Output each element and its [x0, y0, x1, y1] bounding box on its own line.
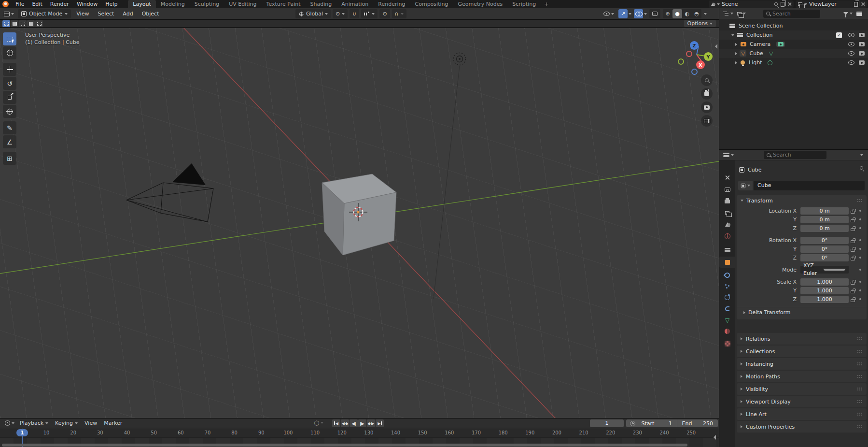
start-frame-field[interactable]: 1 — [658, 420, 672, 427]
instancing-panel[interactable]: Instancing — [737, 358, 867, 370]
pan-button[interactable] — [701, 88, 713, 100]
rotate-tool[interactable]: ↺ — [3, 77, 16, 90]
animate-dot-icon[interactable] — [859, 269, 862, 271]
current-frame-badge[interactable]: 1 — [16, 429, 28, 436]
animate-dot-icon[interactable] — [859, 257, 862, 259]
properties-options-chevron[interactable] — [860, 154, 863, 156]
annotate-tool[interactable]: ✎ — [3, 121, 16, 134]
workspace-tab-compositing[interactable]: Compositing — [410, 0, 453, 8]
properties-editor-type-button[interactable] — [721, 152, 736, 159]
disable-render-icon[interactable] — [859, 51, 865, 56]
menu-help[interactable]: Help — [101, 0, 121, 8]
drag-handle-icon[interactable] — [857, 199, 863, 202]
navigation-gizmo[interactable]: Z Y X — [675, 35, 717, 77]
drag-handle-icon[interactable] — [857, 388, 863, 391]
pin-icon[interactable] — [774, 2, 779, 7]
location-z-field[interactable]: 0 m — [800, 225, 849, 232]
lock-icon[interactable] — [851, 211, 855, 214]
render-tab[interactable] — [719, 184, 735, 195]
hide-eye-icon[interactable] — [848, 51, 854, 56]
rotation-mode-dropdown[interactable]: XYZ Euler — [800, 266, 849, 274]
chevron-down-icon[interactable] — [629, 13, 631, 15]
show-gizmo-visibility-button[interactable] — [602, 11, 616, 17]
particles-tab[interactable] — [719, 281, 735, 292]
add-workspace-button[interactable]: + — [541, 0, 552, 8]
blender-logo-icon[interactable] — [2, 1, 9, 7]
modifiers-tab[interactable] — [719, 270, 735, 281]
viewport-display-panel[interactable]: Viewport Display — [737, 396, 867, 407]
axis-neg-z-ball[interactable] — [691, 69, 698, 75]
pivot-point-dropdown[interactable]: ⊙ — [333, 9, 348, 18]
timeline-editor-type-button[interactable] — [3, 419, 16, 427]
collection-tab[interactable] — [719, 245, 735, 256]
show-gizmos-toggle[interactable]: ↗ — [618, 9, 628, 18]
new-scene-icon[interactable] — [781, 2, 784, 7]
workspace-tab-sculpting[interactable]: Sculpting — [190, 0, 224, 8]
zoom-button[interactable] — [701, 74, 713, 86]
expand-chevron-icon[interactable] — [735, 43, 737, 46]
drag-handle-icon[interactable] — [857, 375, 863, 378]
scene-tab[interactable] — [719, 219, 735, 230]
drag-handle-icon[interactable] — [857, 350, 863, 353]
object-name-field[interactable]: Cube — [754, 181, 865, 190]
workspace-tab-shading[interactable]: Shading — [306, 0, 337, 8]
disable-render-icon[interactable] — [859, 33, 865, 37]
menu-playback[interactable]: Playback — [16, 418, 52, 428]
outliner-row-cube[interactable]: ▽ Cube ▽ — [719, 49, 868, 58]
location-y-field[interactable]: 0 m — [800, 216, 849, 223]
workspace-tab-geometry-nodes[interactable]: Geometry Nodes — [453, 0, 507, 8]
drag-handle-icon[interactable] — [857, 413, 863, 416]
select-subtract-button[interactable] — [19, 20, 27, 27]
animate-dot-icon[interactable] — [859, 281, 862, 283]
animate-dot-icon[interactable] — [859, 298, 862, 301]
disable-render-icon[interactable] — [859, 42, 865, 46]
xray-toggle[interactable] — [649, 9, 660, 18]
timeline-scrollbar[interactable] — [2, 444, 687, 447]
axis-z-ball[interactable]: Z — [690, 41, 699, 50]
collection-checkbox[interactable]: ✓ — [836, 32, 842, 38]
perspective-toggle-button[interactable] — [701, 115, 713, 127]
workspace-tab-modeling[interactable]: Modeling — [156, 0, 190, 8]
scale-tool[interactable] — [3, 91, 16, 104]
mode-dropdown[interactable]: Object Mode — [18, 9, 71, 18]
axis-x-ball[interactable]: X — [696, 60, 705, 69]
animate-dot-icon[interactable] — [859, 248, 862, 250]
select-box-tool[interactable] — [3, 32, 16, 45]
camera-view-button[interactable] — [701, 101, 713, 113]
expand-chevron-icon[interactable] — [731, 34, 734, 36]
collections-panel[interactable]: Collections — [737, 346, 867, 357]
outliner-editor-type-button[interactable] — [721, 11, 735, 17]
drag-handle-icon[interactable] — [857, 337, 863, 341]
object-data-tab[interactable]: ▽ — [719, 315, 735, 326]
menu-object[interactable]: Object — [139, 8, 163, 19]
select-intersect-button[interactable] — [35, 20, 43, 27]
workspace-tab-animation[interactable]: Animation — [336, 0, 373, 8]
delta-transform-panel[interactable]: Delta Transform — [737, 307, 867, 317]
workspace-tab-texture-paint[interactable]: Texture Paint — [262, 0, 306, 8]
view-layer-tab[interactable] — [719, 207, 735, 218]
properties-search-input[interactable] — [773, 152, 824, 158]
shading-rendered-button[interactable]: ◓ — [692, 9, 701, 18]
lock-icon[interactable] — [851, 258, 855, 260]
workspace-tab-layout[interactable]: Layout — [128, 0, 155, 8]
animate-dot-icon[interactable] — [859, 289, 862, 292]
new-collection-button[interactable] — [854, 11, 864, 17]
scale-x-field[interactable]: 1.000 — [800, 278, 849, 286]
add-cube-tool[interactable]: ⊞ — [3, 152, 16, 165]
hide-eye-icon[interactable] — [848, 42, 854, 46]
tool-tab[interactable] — [719, 172, 735, 183]
animate-dot-icon[interactable] — [859, 227, 862, 230]
3d-viewport[interactable]: User Perspective (1) Collection | Cube ↺… — [0, 28, 719, 418]
rotation-x-field[interactable]: 0° — [800, 237, 849, 244]
outliner-row-scene-collection[interactable]: Scene Collection — [719, 21, 868, 30]
end-frame-field[interactable]: 250 — [697, 420, 713, 427]
menu-render[interactable]: Render — [46, 0, 73, 8]
options-button[interactable]: Options — [684, 20, 716, 27]
animate-dot-icon[interactable] — [859, 218, 862, 221]
menu-add[interactable]: Add — [119, 8, 136, 19]
constraints-tab[interactable] — [719, 303, 735, 314]
world-tab[interactable] — [719, 231, 735, 242]
close-icon[interactable] — [861, 2, 865, 6]
lock-icon[interactable] — [851, 249, 855, 252]
viewlayer-selector[interactable]: ViewLayer — [796, 0, 867, 8]
